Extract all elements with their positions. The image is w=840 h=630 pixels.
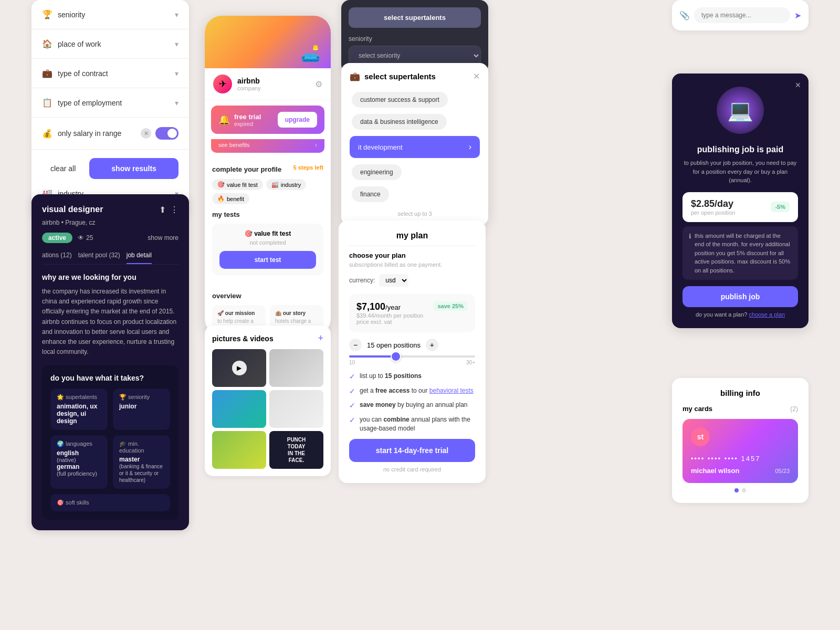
positions-label: 15 open positions [367, 341, 421, 349]
tab-talent-pool[interactable]: talent pool (32) [78, 251, 120, 264]
job-panel: visual designer ⬆ ⋮ airbnb • Prague, cz … [32, 194, 189, 530]
charge-note: ℹ this amount will be charged at the end… [682, 226, 798, 280]
plan-features: ✓ list up to 15 positions ✓ get a free a… [349, 372, 475, 433]
currency-label: currency: [349, 277, 375, 284]
company-logo: ✈ [213, 75, 232, 93]
tab-applications[interactable]: ations (12) [42, 251, 72, 264]
show-results-button[interactable]: show results [89, 158, 178, 179]
seniority-top-label: seniority [349, 35, 481, 43]
talent-chips-4: finance [350, 184, 480, 204]
chip-it-development[interactable]: it development › [350, 136, 480, 158]
modal-title: select supertalents [364, 72, 436, 81]
see-benefits-link[interactable]: see benefits [218, 142, 249, 148]
chat-input[interactable] [694, 7, 790, 23]
industry-tag-icon: 🏭 [271, 181, 279, 188]
picture-item-6: PUNCHTODAYIN THEFACE. [269, 431, 323, 469]
select-up-to-label: select up to 3 [350, 211, 480, 217]
seniority-icon: 🏆 [42, 9, 52, 19]
eye-icon: 👁 [78, 234, 84, 242]
increase-positions-button[interactable]: + [426, 339, 438, 351]
publish-close-button[interactable]: ✕ [795, 81, 801, 89]
behavioral-tests-link[interactable]: behavioral tests [429, 387, 474, 394]
card-dot-2[interactable] [742, 488, 746, 492]
send-icon[interactable]: ➤ [794, 10, 801, 20]
play-button[interactable]: ▶ [232, 361, 247, 375]
price-card: save 25% $7,100/year $39.44/month per po… [349, 294, 475, 332]
my-tests-section: my tests 🎯 value fit test not completed … [205, 211, 331, 286]
card-avatar: st [691, 427, 710, 446]
toggle-x-icon[interactable]: ✕ [141, 128, 151, 139]
price-sub: $39.44/month per position [356, 312, 468, 319]
positions-ctrl: − 15 open positions + [349, 339, 438, 351]
picture-item-5 [212, 431, 266, 469]
company-row: ✈ airbnb company ⚙ [205, 68, 331, 100]
card-bottom: michael wilson 05/23 [691, 467, 790, 475]
choose-plan-link[interactable]: choose a plan [749, 311, 785, 318]
pictures-header: pictures & videos + [212, 333, 323, 344]
talent-chips-3: engineering [350, 162, 480, 182]
contract-icon: 💼 [42, 68, 52, 78]
job-title: visual designer [42, 205, 103, 214]
modal-close-button[interactable]: ✕ [473, 71, 480, 81]
info-icon: ℹ [689, 232, 691, 241]
currency-select[interactable]: usd [379, 274, 408, 287]
start-test-button[interactable]: start test [219, 251, 316, 269]
job-company: airbnb [42, 219, 59, 226]
seniority-cell: 🏆 seniority junior [113, 388, 170, 430]
plan-link: do you want a plan? choose a plan [682, 311, 798, 318]
slider-track[interactable] [349, 355, 475, 358]
job-description: the company has increased its investment… [42, 287, 178, 357]
feature-4: ✓ you can combine annual plans with the … [349, 415, 475, 433]
filter-salary[interactable]: 💰 only salary in range ✕ [32, 118, 189, 150]
salary-toggle[interactable] [155, 127, 178, 140]
chevron-icon: ▾ [175, 40, 178, 48]
more-icon[interactable]: ⋮ [170, 205, 178, 215]
job-location: Prague, cz [65, 219, 95, 226]
languages-cell: 🌍 languages english (native) german (ful… [50, 435, 108, 489]
salary-icon: 💰 [42, 129, 52, 139]
filter-type-contract[interactable]: 💼 type of contract ▾ [32, 59, 189, 88]
plan-title: my plan [349, 231, 475, 240]
have-what-it-takes: do you have what it takes? 🌟 supertalent… [42, 365, 178, 520]
trial-button[interactable]: start 14-day-free trial [349, 439, 475, 462]
steps-left: 5 steps left [293, 164, 323, 171]
chip-engineering[interactable]: engineering [352, 164, 402, 180]
profile-tags: 🎯 value fit test 🏭 industry 🔥 benefit [212, 179, 323, 204]
publish-desc: to publish your job position, you need t… [682, 159, 798, 185]
tab-job-detail[interactable]: job detail [127, 251, 152, 264]
billing-panel: billing info my cards (2) st •••• •••• •… [672, 378, 808, 503]
chevron-icon: ▾ [175, 99, 178, 107]
decrease-positions-button[interactable]: − [349, 339, 362, 351]
profile-tag-benefit[interactable]: 🔥 benefit [212, 193, 249, 204]
seniority-label: seniority [58, 10, 85, 19]
chip-data-bi[interactable]: data & business intelligence [352, 114, 447, 130]
supertalents-top-panel: select supertalents seniority select sen… [341, 0, 488, 73]
filter-seniority[interactable]: 🏆 seniority ▾ [32, 0, 189, 29]
select-supertalents-button[interactable]: select supertalents [349, 7, 481, 28]
trial-main-text: free trial [234, 113, 261, 121]
chip-customer-success[interactable]: customer success & support [352, 92, 448, 108]
chip-finance[interactable]: finance [352, 186, 389, 202]
settings-icon[interactable]: ⚙ [315, 79, 322, 89]
add-picture-button[interactable]: + [318, 333, 323, 344]
talent-chips-2: data & business intelligence [350, 112, 480, 132]
filter-type-employment[interactable]: 📋 type of employment ▾ [32, 88, 189, 118]
profile-tag-value-fit[interactable]: 🎯 value fit test [212, 179, 263, 190]
upgrade-button[interactable]: upgrade [278, 112, 317, 128]
job-tabs: ations (12) talent pool (32) job detail [42, 251, 178, 265]
profile-tag-industry[interactable]: 🏭 industry [266, 179, 307, 190]
clear-all-button[interactable]: clear all [42, 159, 84, 178]
check-icon-2: ✓ [349, 386, 355, 397]
check-icon-3: ✓ [349, 401, 355, 411]
slider-labels: 10 30+ [349, 360, 475, 365]
test-status: not completed [219, 239, 316, 246]
show-more-link[interactable]: show more [148, 234, 178, 242]
attach-icon[interactable]: 📎 [679, 10, 690, 20]
picture-item-3 [212, 390, 266, 428]
publish-job-button[interactable]: publish job [682, 286, 798, 307]
filter-place-of-work[interactable]: 🏠 place of work ▾ [32, 29, 189, 59]
mobile-app-panel: ✈ airbnb company ⚙ 🔔 free trial expired … [205, 16, 331, 335]
share-icon[interactable]: ⬆ [159, 205, 166, 215]
card-dot-1[interactable] [734, 488, 739, 492]
feature-3: ✓ save money by buying an annual plan [349, 401, 475, 411]
